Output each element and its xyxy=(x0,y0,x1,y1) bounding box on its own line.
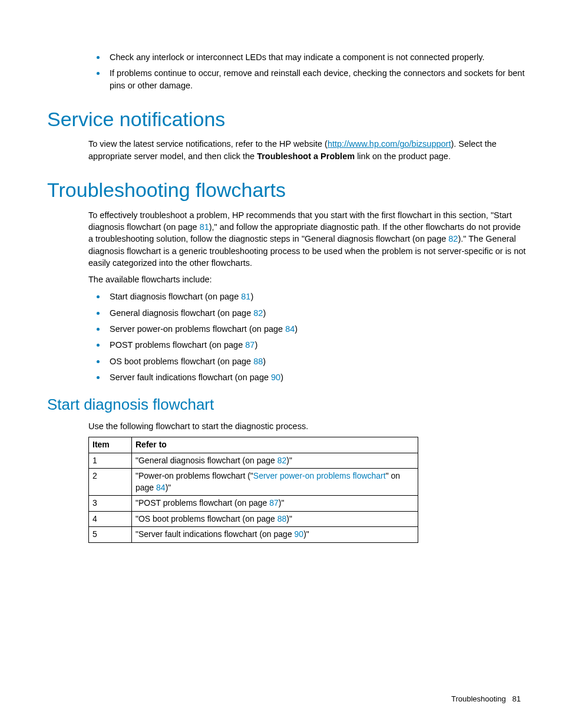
page-ref[interactable]: 87 xyxy=(245,340,254,350)
page-ref[interactable]: 82 xyxy=(277,456,287,465)
text: "Power-on problems flowchart (" xyxy=(135,471,253,480)
text: General diagnosis flowchart (on page xyxy=(110,308,253,318)
page-ref[interactable]: 88 xyxy=(253,357,263,366)
heading-start-diagnosis: Start diagnosis flowchart xyxy=(47,394,527,415)
text: POST problems flowchart (on page xyxy=(110,340,245,350)
text: "POST problems flowchart (on page xyxy=(135,498,269,508)
list-item: General diagnosis flowchart (on page 82) xyxy=(106,307,527,319)
text: )" xyxy=(286,456,292,465)
text: ) xyxy=(263,357,266,366)
text: ) xyxy=(263,308,266,318)
list-item: OS boot problems flowchart (on page 88) xyxy=(106,355,527,367)
service-paragraph: To view the latest service notifications… xyxy=(88,138,527,162)
text: )" xyxy=(286,514,292,523)
text: ) xyxy=(254,340,257,350)
table-row: 3 "POST problems flowchart (on page 87)" xyxy=(89,496,418,512)
cell-item: 5 xyxy=(89,527,132,543)
cell-item: 2 xyxy=(89,469,132,496)
page-ref[interactable]: 90 xyxy=(295,529,304,539)
page-ref[interactable]: 81 xyxy=(200,222,209,232)
table-header-row: Item Refer to xyxy=(89,437,418,453)
page-ref[interactable]: 82 xyxy=(448,234,458,243)
cell-refer: "Power-on problems flowchart ("Server po… xyxy=(132,469,418,496)
table-row: 5 "Server fault indications flowchart (o… xyxy=(89,527,418,543)
page-ref[interactable]: 84 xyxy=(285,324,295,334)
text: Server fault indications flowchart (on p… xyxy=(110,373,271,382)
heading-service-notifications: Service notifications xyxy=(47,106,527,134)
cell-refer: "General diagnosis flowchart (on page 82… xyxy=(132,453,418,469)
page-ref[interactable]: 90 xyxy=(271,373,280,382)
troubleshoot-problem-label: Troubleshoot a Problem xyxy=(257,151,355,161)
page-ref[interactable]: 82 xyxy=(253,308,263,318)
table-row: 2 "Power-on problems flowchart ("Server … xyxy=(89,469,418,496)
cell-item: 4 xyxy=(89,511,132,527)
list-item: POST problems flowchart (on page 87) xyxy=(106,338,527,351)
cell-refer: "Server fault indications flowchart (on … xyxy=(132,527,418,543)
text: OS boot problems flowchart (on page xyxy=(110,357,253,366)
list-item: Server power-on problems flowchart (on p… xyxy=(106,322,527,335)
page-ref[interactable]: 88 xyxy=(277,514,287,523)
flowchart-link[interactable]: Server power-on problems flowchart xyxy=(253,471,386,480)
list-item: Check any interlock or interconnect LEDs… xyxy=(106,51,527,63)
text: )" xyxy=(279,498,285,508)
flow-paragraph-2: The available flowcharts include: xyxy=(88,274,527,285)
cell-refer: "POST problems flowchart (on page 87)" xyxy=(132,496,418,512)
page-ref[interactable]: 81 xyxy=(241,292,250,301)
cell-refer: "OS boot problems flowchart (on page 88)… xyxy=(132,511,418,527)
text: Server power-on problems flowchart (on p… xyxy=(110,324,285,334)
col-refer: Refer to xyxy=(132,437,418,453)
heading-troubleshooting-flowcharts: Troubleshooting flowcharts xyxy=(47,176,527,205)
text: "Server fault indications flowchart (on … xyxy=(135,529,295,539)
text: "General diagnosis flowchart (on page xyxy=(135,456,277,465)
flow-paragraph-1: To effectively troubleshoot a problem, H… xyxy=(88,209,527,269)
text: link on the product page. xyxy=(355,151,451,161)
text: ) xyxy=(280,373,283,382)
text: )" xyxy=(166,483,171,492)
list-item: If problems continue to occur, remove an… xyxy=(106,67,527,91)
flowchart-list: Start diagnosis flowchart (on page 81) G… xyxy=(88,290,527,383)
start-paragraph: Use the following flowchart to start the… xyxy=(88,420,527,432)
list-item: Start diagnosis flowchart (on page 81) xyxy=(106,290,527,302)
text: To view the latest service notifications… xyxy=(88,139,328,149)
text: Start diagnosis flowchart (on page xyxy=(110,292,241,301)
text: ) xyxy=(295,324,297,334)
text: )" xyxy=(303,529,309,539)
page-ref[interactable]: 84 xyxy=(156,483,166,492)
reference-table: Item Refer to 1 "General diagnosis flowc… xyxy=(88,437,418,543)
text: ) xyxy=(250,292,253,301)
intro-bullet-list: Check any interlock or interconnect LEDs… xyxy=(88,51,527,91)
table-row: 1 "General diagnosis flowchart (on page … xyxy=(89,453,418,469)
cell-item: 1 xyxy=(89,453,132,469)
text: "OS boot problems flowchart (on page xyxy=(135,514,277,523)
list-item: Server fault indications flowchart (on p… xyxy=(106,371,527,383)
cell-item: 3 xyxy=(89,496,132,512)
page-ref[interactable]: 87 xyxy=(269,498,279,508)
col-item: Item xyxy=(89,437,132,453)
hp-bizsupport-link[interactable]: http://www.hp.com/go/bizsupport xyxy=(328,139,451,149)
table-row: 4 "OS boot problems flowchart (on page 8… xyxy=(89,511,418,527)
